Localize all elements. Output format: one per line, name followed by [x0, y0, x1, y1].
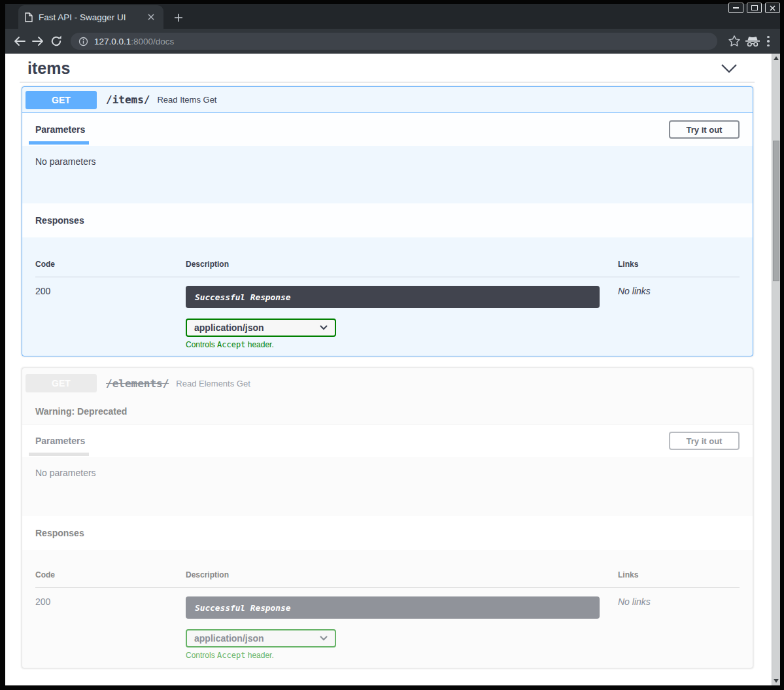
response-row: 200 Successful Response application/json… [35, 588, 740, 660]
incognito-icon [743, 32, 762, 50]
maximize-button[interactable] [747, 3, 762, 13]
column-code: Code [35, 260, 186, 269]
scroll-up-arrow-icon[interactable] [774, 56, 779, 60]
operation-path: /elements/ [106, 377, 169, 390]
operation-summary: Read Elements Get [176, 379, 250, 388]
vertical-scrollbar[interactable] [772, 54, 780, 685]
responses-title: Responses [35, 528, 84, 538]
parameters-body: No parameters [22, 457, 753, 516]
browser-toolbar: 127.0.0.1:8000/docs [0, 29, 784, 54]
tab-close-icon[interactable] [145, 11, 157, 23]
tag-title: items [27, 59, 70, 78]
links-value: No links [618, 286, 740, 349]
accept-note-prefix: Controls [186, 340, 217, 349]
accept-header-note: Controls Accept header. [186, 340, 618, 349]
method-badge: GET [26, 374, 97, 392]
window-controls [728, 3, 780, 13]
response-description-text: Successful Response [195, 603, 290, 613]
close-button[interactable] [765, 3, 780, 13]
accept-note-suffix: header. [245, 651, 273, 660]
tab-title: Fast API - Swagger UI [39, 12, 145, 22]
select-chevron-icon [320, 325, 328, 330]
url-path: :8000/docs [131, 37, 174, 46]
url-text: 127.0.0.1:8000/docs [94, 37, 174, 46]
accept-note-prefix: Controls [186, 651, 217, 660]
select-chevron-icon [320, 636, 328, 641]
responses-table-header: Code Description Links [35, 237, 740, 277]
responses-header: Responses [22, 203, 753, 237]
page-viewport: items GET /items/ Read Items Get Paramet… [5, 54, 780, 685]
url-host: 127.0.0.1 [94, 37, 131, 46]
response-description-cell: Successful Response application/json Con… [186, 286, 618, 349]
opblock-get-elements-deprecated: GET /elements/ Read Elements Get Warning… [22, 368, 753, 668]
responses-table-header: Code Description Links [35, 550, 740, 588]
browser-menu-icon[interactable] [762, 32, 775, 50]
no-parameters-text: No parameters [35, 468, 96, 478]
response-description-cell: Successful Response application/json Con… [186, 596, 618, 660]
response-description-text: Successful Response [195, 292, 290, 302]
response-code: 200 [35, 596, 186, 660]
column-links: Links [618, 260, 740, 269]
deprecated-warning-row: Warning: Deprecated [22, 398, 753, 424]
responses-table: Code Description Links 200 Successful Re… [22, 550, 753, 660]
media-type-value: application/json [194, 633, 264, 644]
accept-header-note: Controls Accept header. [186, 651, 618, 660]
bookmark-star-icon[interactable] [725, 32, 743, 50]
scrollbar-thumb[interactable] [773, 141, 779, 281]
no-parameters-text: No parameters [35, 156, 96, 167]
new-tab-icon[interactable] [170, 9, 187, 26]
tag-section-header[interactable]: items [27, 56, 738, 80]
response-description-box: Successful Response [186, 596, 600, 619]
response-code: 200 [35, 286, 186, 349]
media-type-select[interactable]: application/json [186, 319, 336, 337]
response-row: 200 Successful Response application/json… [35, 277, 740, 349]
browser-tab[interactable]: Fast API - Swagger UI [18, 5, 163, 29]
forward-icon[interactable] [29, 32, 47, 50]
parameters-header: Parameters Try it out [22, 424, 753, 457]
collapse-chevron-icon[interactable] [721, 63, 738, 73]
method-badge: GET [26, 91, 97, 109]
column-description: Description [186, 260, 618, 269]
responses-header: Responses [22, 516, 753, 550]
reload-icon[interactable] [47, 32, 65, 50]
accept-note-code: Accept [217, 340, 245, 349]
accept-note-code: Accept [217, 651, 245, 660]
back-icon[interactable] [10, 32, 29, 50]
column-description: Description [186, 570, 618, 579]
media-type-value: application/json [194, 322, 264, 333]
links-value: No links [618, 596, 740, 660]
opblock-summary[interactable]: GET /items/ Read Items Get [22, 87, 753, 113]
column-links: Links [618, 570, 740, 579]
opblock-summary[interactable]: GET /elements/ Read Elements Get [22, 368, 753, 398]
minimize-button[interactable] [728, 3, 743, 13]
deprecated-warning-text: Warning: Deprecated [35, 406, 127, 417]
address-bar[interactable]: 127.0.0.1:8000/docs [71, 33, 717, 50]
page-icon [25, 12, 33, 22]
response-description-box: Successful Response [186, 286, 600, 308]
parameters-header: Parameters Try it out [22, 113, 753, 146]
operation-summary: Read Items Get [157, 95, 216, 105]
tab-parameters[interactable]: Parameters [35, 436, 85, 446]
operation-path: /items/ [106, 94, 150, 106]
browser-titlebar: Fast API - Swagger UI [0, 0, 784, 29]
column-code: Code [35, 570, 186, 579]
site-info-icon[interactable] [78, 37, 88, 46]
try-it-out-button[interactable]: Try it out [669, 120, 740, 139]
opblock-get-items: GET /items/ Read Items Get Parameters Tr… [22, 86, 753, 356]
responses-title: Responses [35, 215, 84, 226]
tag-divider [20, 82, 755, 82]
media-type-select[interactable]: application/json [186, 629, 336, 647]
accept-note-suffix: header. [245, 340, 273, 349]
try-it-out-button[interactable]: Try it out [669, 432, 740, 450]
tab-parameters[interactable]: Parameters [35, 124, 85, 135]
responses-table: Code Description Links 200 Successful Re… [22, 237, 753, 349]
scroll-down-arrow-icon[interactable] [774, 679, 779, 683]
parameters-body: No parameters [22, 146, 753, 203]
